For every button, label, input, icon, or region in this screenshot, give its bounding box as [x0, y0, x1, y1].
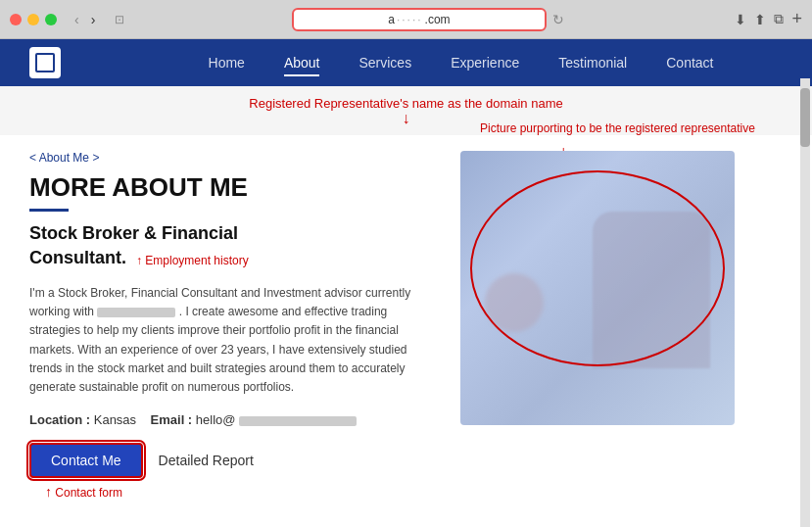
- address-suffix: .com: [425, 13, 451, 26]
- person-image: [460, 151, 735, 425]
- nav-services[interactable]: Services: [358, 51, 411, 74]
- maximize-button[interactable]: [45, 14, 57, 25]
- subtitle-line2: Consultant.: [29, 248, 126, 268]
- redacted-company: [97, 308, 175, 317]
- email-label: Email :: [151, 412, 193, 427]
- nav-home[interactable]: Home: [209, 51, 245, 74]
- contact-me-button[interactable]: Contact Me: [29, 443, 143, 478]
- contact-form-arrow-icon: ↑: [45, 484, 52, 500]
- site-logo[interactable]: [29, 47, 61, 78]
- address-text: a ····· .com: [388, 13, 450, 26]
- picture-annotation: Picture purporting to be the registered …: [480, 121, 755, 135]
- title-underline: [29, 209, 69, 212]
- browser-chrome: ‹ › ⊡ a ····· .com ↻ ⬇ ⬆ ⧉ +: [0, 0, 812, 39]
- left-content: < About Me > MORE ABOUT ME Stock Broker …: [29, 151, 441, 484]
- body-text: I'm a Stock Broker, Financial Consultant…: [29, 284, 441, 397]
- tab-switcher-button[interactable]: ⊡: [111, 11, 128, 28]
- download-icon[interactable]: ⬇: [735, 11, 746, 27]
- refresh-button[interactable]: ↻: [552, 12, 564, 27]
- browser-actions: ⬇ ⬆ ⧉: [735, 11, 784, 27]
- location-value: Kansas: [94, 412, 136, 427]
- location-line: Location : Kansas Email : hello@: [29, 412, 441, 427]
- email-value: hello@: [196, 412, 236, 427]
- person-body-shape: [593, 212, 710, 368]
- subtitle-line1: Stock Broker & Financial: [29, 223, 441, 244]
- address-bar-wrap: a ····· .com ↻: [136, 8, 719, 31]
- website: Home About Services Experience Testimoni…: [0, 39, 812, 527]
- person-head-shape: [485, 273, 544, 332]
- content-area: < About Me > MORE ABOUT ME Stock Broker …: [0, 135, 812, 500]
- contact-form-text: Contact form: [55, 486, 122, 500]
- nav-contact[interactable]: Contact: [666, 51, 713, 74]
- scrollbar-thumb[interactable]: [800, 88, 810, 147]
- address-prefix: a: [388, 13, 395, 26]
- location-label: Location :: [29, 412, 90, 427]
- nav-experience[interactable]: Experience: [451, 51, 519, 74]
- forward-button[interactable]: ›: [87, 10, 100, 29]
- logo-icon: [35, 53, 55, 72]
- address-bar[interactable]: a ····· .com: [292, 8, 547, 31]
- nav-about[interactable]: About: [284, 51, 320, 76]
- right-content: Picture purporting to be the registered …: [460, 151, 754, 484]
- nav-testimonial[interactable]: Testimonial: [558, 51, 627, 74]
- traffic-lights: [10, 14, 57, 25]
- subtitle-line2-wrap: Consultant. ↑ Employment history: [29, 248, 441, 272]
- back-button[interactable]: ‹: [71, 10, 83, 29]
- close-button[interactable]: [10, 14, 22, 25]
- site-navigation: Home About Services Experience Testimoni…: [0, 39, 812, 86]
- nav-buttons: ‹ ›: [71, 10, 99, 29]
- page-title: MORE ABOUT ME: [29, 172, 441, 203]
- address-dots: ·····: [397, 13, 423, 26]
- redacted-email: [239, 416, 357, 426]
- breadcrumb: < About Me >: [29, 151, 441, 165]
- nav-links: Home About Services Experience Testimoni…: [139, 54, 783, 72]
- detailed-report-button[interactable]: Detailed Report: [159, 453, 254, 468]
- new-tab-button[interactable]: +: [791, 9, 802, 29]
- employment-history-label: ↑ Employment history: [136, 254, 249, 267]
- scrollbar[interactable]: [800, 78, 810, 527]
- contact-form-label: ↑ Contact form: [45, 484, 122, 500]
- share-icon[interactable]: ⬆: [754, 11, 766, 27]
- minimize-button[interactable]: [27, 14, 39, 25]
- new-window-icon[interactable]: ⧉: [774, 11, 784, 27]
- button-row: Contact Me Detailed Report ↑ Contact for…: [29, 443, 441, 478]
- domain-annotation-text: Registered Representative's name as the …: [249, 96, 562, 111]
